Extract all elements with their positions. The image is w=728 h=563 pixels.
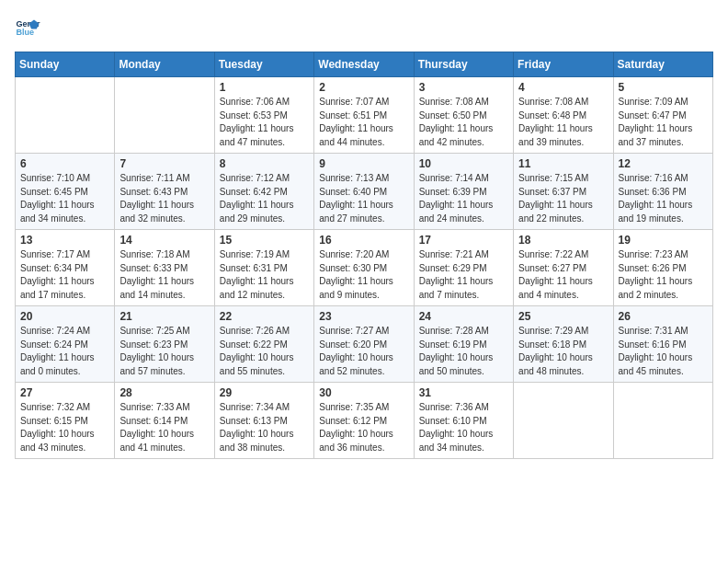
weekday-header: Friday	[514, 52, 613, 77]
calendar-cell	[613, 383, 712, 459]
calendar-cell: 7Sunrise: 7:11 AM Sunset: 6:43 PM Daylig…	[115, 154, 214, 230]
day-number: 24	[419, 310, 508, 323]
day-number: 5	[619, 81, 708, 94]
day-detail: Sunrise: 7:14 AM Sunset: 6:39 PM Dayligh…	[419, 172, 508, 225]
day-detail: Sunrise: 7:16 AM Sunset: 6:36 PM Dayligh…	[619, 172, 708, 225]
day-detail: Sunrise: 7:27 AM Sunset: 6:20 PM Dayligh…	[319, 325, 408, 378]
day-number: 28	[119, 386, 209, 399]
day-detail: Sunrise: 7:22 AM Sunset: 6:27 PM Dayligh…	[518, 248, 608, 302]
day-detail: Sunrise: 7:10 AM Sunset: 6:45 PM Dayligh…	[20, 172, 109, 225]
day-number: 21	[119, 310, 209, 323]
day-detail: Sunrise: 7:35 AM Sunset: 6:12 PM Dayligh…	[319, 401, 408, 454]
day-detail: Sunrise: 7:09 AM Sunset: 6:47 PM Dayligh…	[619, 96, 708, 149]
day-number: 17	[419, 234, 508, 247]
calendar-cell: 6Sunrise: 7:10 AM Sunset: 6:45 PM Daylig…	[16, 154, 115, 230]
day-number: 11	[518, 157, 608, 170]
weekday-header: Monday	[115, 52, 214, 77]
day-number: 3	[419, 81, 508, 94]
calendar-cell	[514, 383, 613, 459]
day-detail: Sunrise: 7:15 AM Sunset: 6:37 PM Dayligh…	[518, 172, 608, 225]
day-detail: Sunrise: 7:31 AM Sunset: 6:16 PM Dayligh…	[619, 325, 708, 378]
day-number: 13	[20, 234, 109, 247]
day-number: 19	[619, 234, 708, 247]
day-number: 4	[518, 81, 608, 94]
day-number: 29	[220, 386, 309, 399]
day-number: 30	[319, 386, 408, 399]
calendar-cell: 31Sunrise: 7:36 AM Sunset: 6:10 PM Dayli…	[414, 383, 513, 459]
day-detail: Sunrise: 7:28 AM Sunset: 6:19 PM Dayligh…	[419, 325, 508, 378]
calendar-week-row: 20Sunrise: 7:24 AM Sunset: 6:24 PM Dayli…	[16, 306, 713, 383]
day-number: 15	[220, 234, 309, 247]
day-number: 16	[319, 234, 408, 247]
calendar-cell: 17Sunrise: 7:21 AM Sunset: 6:29 PM Dayli…	[414, 230, 513, 306]
calendar-week-row: 6Sunrise: 7:10 AM Sunset: 6:45 PM Daylig…	[16, 154, 713, 230]
day-number: 31	[419, 386, 508, 399]
day-number: 23	[319, 310, 408, 323]
day-number: 1	[220, 81, 309, 94]
day-detail: Sunrise: 7:33 AM Sunset: 6:14 PM Dayligh…	[119, 401, 209, 454]
calendar-cell: 9Sunrise: 7:13 AM Sunset: 6:40 PM Daylig…	[314, 154, 414, 230]
weekday-header: Thursday	[414, 52, 513, 77]
calendar-cell: 3Sunrise: 7:08 AM Sunset: 6:50 PM Daylig…	[414, 77, 513, 154]
weekday-header: Tuesday	[214, 52, 313, 77]
day-number: 10	[419, 157, 508, 170]
day-detail: Sunrise: 7:18 AM Sunset: 6:33 PM Dayligh…	[119, 248, 209, 302]
calendar-cell: 24Sunrise: 7:28 AM Sunset: 6:19 PM Dayli…	[414, 306, 513, 383]
logo: General Blue	[15, 15, 44, 40]
calendar-cell: 12Sunrise: 7:16 AM Sunset: 6:36 PM Dayli…	[613, 154, 712, 230]
day-detail: Sunrise: 7:29 AM Sunset: 6:18 PM Dayligh…	[518, 325, 608, 378]
day-number: 26	[619, 310, 708, 323]
day-number: 12	[619, 157, 708, 170]
calendar-cell: 21Sunrise: 7:25 AM Sunset: 6:23 PM Dayli…	[115, 306, 214, 383]
day-number: 14	[119, 234, 209, 247]
day-number: 6	[20, 157, 109, 170]
calendar-cell: 26Sunrise: 7:31 AM Sunset: 6:16 PM Dayli…	[613, 306, 712, 383]
calendar-cell: 10Sunrise: 7:14 AM Sunset: 6:39 PM Dayli…	[414, 154, 513, 230]
day-detail: Sunrise: 7:21 AM Sunset: 6:29 PM Dayligh…	[419, 248, 508, 302]
day-detail: Sunrise: 7:19 AM Sunset: 6:31 PM Dayligh…	[220, 248, 309, 302]
calendar-cell: 20Sunrise: 7:24 AM Sunset: 6:24 PM Dayli…	[16, 306, 115, 383]
calendar-cell: 27Sunrise: 7:32 AM Sunset: 6:15 PM Dayli…	[16, 383, 115, 459]
day-number: 22	[220, 310, 309, 323]
day-detail: Sunrise: 7:20 AM Sunset: 6:30 PM Dayligh…	[319, 248, 408, 302]
day-detail: Sunrise: 7:11 AM Sunset: 6:43 PM Dayligh…	[119, 172, 209, 225]
calendar-cell: 23Sunrise: 7:27 AM Sunset: 6:20 PM Dayli…	[314, 306, 414, 383]
day-number: 9	[319, 157, 408, 170]
calendar-cell: 4Sunrise: 7:08 AM Sunset: 6:48 PM Daylig…	[514, 77, 613, 154]
calendar-table: SundayMondayTuesdayWednesdayThursdayFrid…	[15, 52, 713, 459]
calendar-cell: 15Sunrise: 7:19 AM Sunset: 6:31 PM Dayli…	[214, 230, 313, 306]
day-number: 25	[518, 310, 608, 323]
day-detail: Sunrise: 7:08 AM Sunset: 6:50 PM Dayligh…	[419, 96, 508, 149]
calendar-cell: 30Sunrise: 7:35 AM Sunset: 6:12 PM Dayli…	[314, 383, 414, 459]
day-detail: Sunrise: 7:23 AM Sunset: 6:26 PM Dayligh…	[619, 248, 708, 302]
calendar-cell: 29Sunrise: 7:34 AM Sunset: 6:13 PM Dayli…	[214, 383, 313, 459]
calendar-cell: 8Sunrise: 7:12 AM Sunset: 6:42 PM Daylig…	[214, 154, 313, 230]
calendar-cell: 2Sunrise: 7:07 AM Sunset: 6:51 PM Daylig…	[314, 77, 414, 154]
calendar-cell: 5Sunrise: 7:09 AM Sunset: 6:47 PM Daylig…	[613, 77, 712, 154]
day-detail: Sunrise: 7:13 AM Sunset: 6:40 PM Dayligh…	[319, 172, 408, 225]
day-detail: Sunrise: 7:32 AM Sunset: 6:15 PM Dayligh…	[20, 401, 109, 454]
day-number: 18	[518, 234, 608, 247]
weekday-header: Saturday	[613, 52, 712, 77]
calendar-cell: 25Sunrise: 7:29 AM Sunset: 6:18 PM Dayli…	[514, 306, 613, 383]
day-detail: Sunrise: 7:17 AM Sunset: 6:34 PM Dayligh…	[20, 248, 109, 302]
calendar-week-row: 27Sunrise: 7:32 AM Sunset: 6:15 PM Dayli…	[16, 383, 713, 459]
day-number: 2	[319, 81, 408, 94]
logo-icon: General Blue	[15, 15, 40, 40]
day-detail: Sunrise: 7:25 AM Sunset: 6:23 PM Dayligh…	[119, 325, 209, 378]
day-number: 20	[20, 310, 109, 323]
calendar-week-row: 1Sunrise: 7:06 AM Sunset: 6:53 PM Daylig…	[16, 77, 713, 154]
calendar-cell: 18Sunrise: 7:22 AM Sunset: 6:27 PM Dayli…	[514, 230, 613, 306]
day-number: 7	[119, 157, 209, 170]
calendar-cell: 1Sunrise: 7:06 AM Sunset: 6:53 PM Daylig…	[214, 77, 313, 154]
day-detail: Sunrise: 7:24 AM Sunset: 6:24 PM Dayligh…	[20, 325, 109, 378]
calendar-cell: 19Sunrise: 7:23 AM Sunset: 6:26 PM Dayli…	[613, 230, 712, 306]
calendar-cell	[16, 77, 115, 154]
day-detail: Sunrise: 7:08 AM Sunset: 6:48 PM Dayligh…	[518, 96, 608, 149]
calendar-week-row: 13Sunrise: 7:17 AM Sunset: 6:34 PM Dayli…	[16, 230, 713, 306]
page-header: General Blue	[15, 15, 713, 40]
day-detail: Sunrise: 7:12 AM Sunset: 6:42 PM Dayligh…	[220, 172, 309, 225]
svg-text:Blue: Blue	[16, 28, 34, 37]
day-detail: Sunrise: 7:34 AM Sunset: 6:13 PM Dayligh…	[220, 401, 309, 454]
calendar-cell	[115, 77, 214, 154]
